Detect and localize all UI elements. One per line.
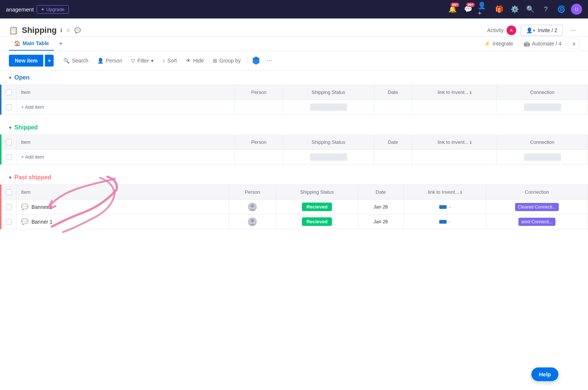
add-item-link[interactable]: + Add item	[21, 104, 44, 110]
filter-label: Filter	[137, 58, 149, 64]
row-action-icon[interactable]: 💬	[21, 203, 28, 210]
notifications-icon[interactable]: 🔔 99+	[447, 3, 458, 15]
star-icon[interactable]: ☆	[66, 27, 71, 33]
page-title: Shipping	[22, 26, 57, 35]
automate-button[interactable]: 🤖 Automate / 4	[521, 38, 564, 49]
upgrade-button[interactable]: ✦ Upgrade	[37, 5, 68, 14]
svg-point-7	[251, 219, 254, 222]
open-header-row: Item Person Shipping Status Date link to…	[1, 85, 588, 100]
page-header: 📋 Shipping ℹ ☆ 💬 Activity A 👤+ Invite / …	[0, 18, 588, 37]
person-icon: 👤	[97, 58, 104, 64]
hide-label: Hide	[193, 58, 204, 64]
tab-main-table-label: Main Table	[23, 40, 49, 46]
new-item-dropdown-button[interactable]: ▾	[45, 55, 54, 67]
group-by-button[interactable]: ⊞ Group by	[209, 55, 245, 66]
person-avatar	[248, 217, 257, 227]
integrate-button[interactable]: ⚡ Integrate	[481, 38, 516, 49]
group-shipped-header[interactable]: ▾ Shipped	[0, 121, 588, 135]
share-icon[interactable]: 💬	[74, 27, 81, 33]
group-past-header[interactable]: ▾ Past shipped	[0, 170, 588, 184]
link-column-header: link to Invent... ℹ	[412, 85, 497, 100]
shipped-link-cell	[412, 150, 497, 165]
search-icon[interactable]: 🔍	[524, 3, 536, 15]
invite-button[interactable]: 👤+ Invite / 2	[521, 25, 563, 36]
group-shipped-chevron: ▾	[9, 125, 11, 130]
open-person-cell	[235, 100, 283, 115]
new-item-button[interactable]: New item	[9, 55, 43, 67]
group-shipped-title: Shipped	[14, 124, 38, 131]
help-icon[interactable]: ?	[540, 3, 552, 15]
shipped-add-item-link[interactable]: + Add item	[21, 154, 44, 160]
more-toolbar-button[interactable]: ⋯	[263, 55, 276, 66]
info-icon[interactable]: ℹ	[460, 190, 462, 194]
top-nav-actions: 🔔 99+ 💬 99+ 👤+ 🎁 ⚙️ 🔍 ? 🌀 U	[447, 3, 582, 15]
sort-icon: ↕	[162, 58, 165, 64]
table-row: 💬 Banner 1	[1, 200, 588, 214]
open-connection-cell	[497, 100, 588, 115]
open-add-item-row: + Add item	[1, 100, 588, 115]
info-icon[interactable]: ℹ	[470, 140, 471, 145]
inbox-icon[interactable]: 💬 99+	[462, 3, 474, 15]
group-open-table: Item Person Shipping Status Date link to…	[0, 85, 588, 115]
info-icon[interactable]: ℹ	[60, 27, 62, 33]
filter-dropdown-icon: ▾	[151, 58, 154, 64]
activity-button[interactable]: Activity A	[487, 26, 516, 35]
person-button[interactable]: 👤 Person	[94, 55, 126, 66]
sort-button[interactable]: ↕ Sort	[159, 55, 181, 66]
select-all-checkbox[interactable]	[6, 89, 12, 95]
open-link-cell	[412, 100, 497, 115]
activity-label: Activity	[487, 27, 504, 33]
group-open-header[interactable]: ▾ Open	[0, 71, 588, 85]
shipped-add-item-cell[interactable]: + Add item	[17, 150, 235, 165]
gift-icon[interactable]: 🎁	[493, 3, 505, 15]
shipped-select-all[interactable]	[6, 139, 12, 145]
filter-button[interactable]: ▽ Filter ▾	[127, 55, 157, 66]
sort-label: Sort	[167, 58, 177, 64]
apps-icon[interactable]: ⚙️	[509, 3, 521, 15]
shipped-table: Item Person Shipping Status Date link to…	[0, 135, 588, 165]
activity-avatar: A	[507, 26, 516, 35]
open-add-item-cell[interactable]: + Add item	[17, 100, 235, 115]
checkbox-header-cell	[1, 85, 17, 100]
search-button[interactable]: 🔍 Search	[60, 55, 92, 66]
connection-badge: Cleared Connecti...	[515, 203, 559, 211]
row-action-icon[interactable]: 💬	[21, 218, 28, 225]
inbox-badge: 99+	[466, 3, 475, 7]
hide-button[interactable]: 👁 Hide	[182, 55, 208, 66]
past-select-all[interactable]	[6, 189, 12, 195]
person-label: Person	[106, 58, 122, 64]
past-row1-checkbox[interactable]	[6, 204, 12, 210]
shipped-connection-header: Connection	[497, 135, 588, 150]
group-open: ▾ Open Item Person Shipping Status Date …	[0, 71, 588, 115]
more-options-button[interactable]: ⋯	[567, 24, 579, 36]
shipped-table-header: Item Person Shipping Status Date link to…	[1, 135, 588, 150]
add-people-icon[interactable]: 👤+	[478, 3, 490, 15]
add-tab-button[interactable]: +	[56, 38, 66, 49]
past-header-row: Item Person Shipping Status Date link to…	[1, 185, 588, 200]
status-badge: Recieved	[302, 203, 332, 211]
connection-badge-2: ared Connecti...	[518, 218, 556, 226]
tabs-row: 🏠 Main Table + ⚡ Integrate 🤖 Automate / …	[0, 37, 588, 51]
info-icon[interactable]: ℹ	[470, 90, 471, 95]
help-button[interactable]: Help	[531, 367, 558, 381]
integrate-label: Integrate	[493, 41, 513, 47]
connection-placeholder	[524, 104, 561, 111]
hide-icon: 👁	[186, 58, 191, 64]
search-label: Search	[72, 58, 88, 64]
shipped-status-cell	[283, 150, 374, 165]
past-row2-link-value: -	[449, 219, 450, 224]
avatar[interactable]: U	[571, 4, 582, 15]
past-table-body: 💬 Banner 1	[1, 200, 588, 229]
user-settings-icon[interactable]: 🌀	[555, 3, 567, 15]
app-logo[interactable]	[251, 55, 262, 66]
past-row2-item-name: Banner 1	[31, 219, 53, 225]
collapse-button[interactable]: ∧	[569, 38, 579, 49]
past-row2-checkbox[interactable]	[6, 219, 12, 225]
help-label: Help	[539, 371, 551, 377]
svg-text:U: U	[575, 7, 578, 12]
shipped-row-checkbox[interactable]	[6, 154, 12, 160]
tab-main-table[interactable]: 🏠 Main Table	[9, 37, 54, 51]
shipped-status-placeholder	[310, 153, 347, 161]
row-checkbox[interactable]	[6, 104, 12, 110]
invite-label: Invite / 2	[538, 27, 557, 33]
